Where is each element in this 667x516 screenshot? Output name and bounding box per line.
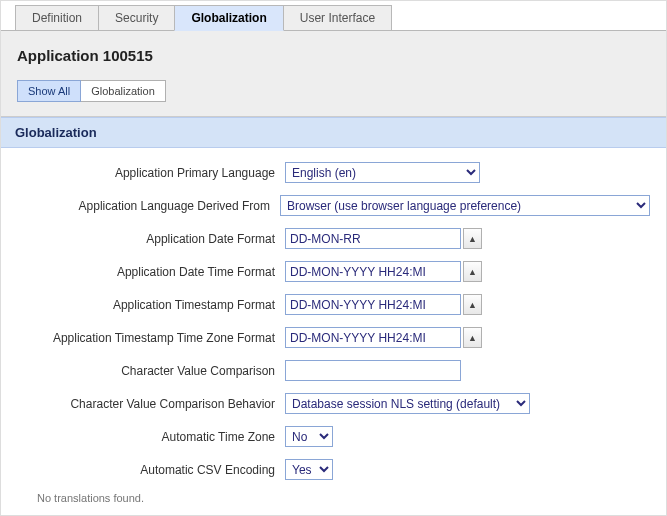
tab-definition[interactable]: Definition	[15, 5, 99, 30]
input-date-format[interactable]	[285, 228, 461, 249]
input-timestamp-format[interactable]	[285, 294, 461, 315]
form-area: Application Primary Language English (en…	[1, 148, 666, 508]
label-timestamp-format: Application Timestamp Format	[17, 298, 285, 312]
input-char-value-comparison[interactable]	[285, 360, 461, 381]
label-date-format: Application Date Format	[17, 232, 285, 246]
tab-globalization[interactable]: Globalization	[174, 5, 283, 31]
section-header-globalization: Globalization	[1, 117, 666, 148]
label-derived-from: Application Language Derived From	[17, 199, 280, 213]
lov-button-date-format[interactable]: ▲	[463, 228, 482, 249]
chevron-up-icon: ▲	[468, 300, 477, 310]
input-date-time-format[interactable]	[285, 261, 461, 282]
top-tabbar: Definition Security Globalization User I…	[1, 3, 666, 31]
subtab-globalization[interactable]: Globalization	[80, 80, 166, 102]
label-automatic-time-zone: Automatic Time Zone	[17, 430, 285, 444]
input-timestamp-tz-format[interactable]	[285, 327, 461, 348]
header-section: Application 100515 Show All Globalizatio…	[1, 31, 666, 117]
select-primary-language[interactable]: English (en)	[285, 162, 480, 183]
label-automatic-csv-encoding: Automatic CSV Encoding	[17, 463, 285, 477]
label-primary-language: Application Primary Language	[17, 166, 285, 180]
tab-user-interface[interactable]: User Interface	[283, 5, 392, 30]
lov-button-timestamp-format[interactable]: ▲	[463, 294, 482, 315]
select-automatic-csv-encoding[interactable]: Yes	[285, 459, 333, 480]
label-char-value-comparison-behavior: Character Value Comparison Behavior	[17, 397, 285, 411]
chevron-up-icon: ▲	[468, 234, 477, 244]
label-char-value-comparison: Character Value Comparison	[17, 364, 285, 378]
chevron-up-icon: ▲	[468, 267, 477, 277]
lov-button-date-time-format[interactable]: ▲	[463, 261, 482, 282]
select-derived-from[interactable]: Browser (use browser language preference…	[280, 195, 650, 216]
label-timestamp-tz-format: Application Timestamp Time Zone Format	[17, 331, 285, 345]
translations-note: No translations found.	[37, 492, 650, 504]
chevron-up-icon: ▲	[468, 333, 477, 343]
lov-button-timestamp-tz-format[interactable]: ▲	[463, 327, 482, 348]
tab-security[interactable]: Security	[98, 5, 175, 30]
select-char-value-comparison-behavior[interactable]: Database session NLS setting (default)	[285, 393, 530, 414]
page-title: Application 100515	[17, 47, 650, 64]
label-date-time-format: Application Date Time Format	[17, 265, 285, 279]
select-automatic-time-zone[interactable]: No	[285, 426, 333, 447]
subtab-show-all[interactable]: Show All	[17, 80, 81, 102]
subtab-bar: Show All Globalization	[17, 80, 650, 102]
